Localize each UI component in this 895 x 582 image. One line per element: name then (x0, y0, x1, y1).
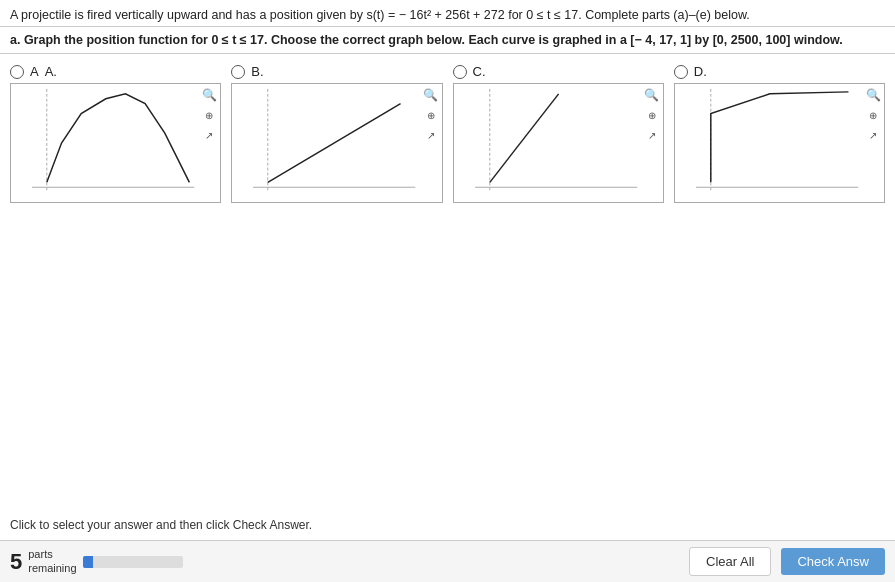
part-a-label: a. Graph the position function for 0 ≤ t… (0, 27, 895, 54)
graph-option-c[interactable]: C. 🔍 ⊕ ↗ (453, 64, 664, 203)
radio-a[interactable] (10, 65, 24, 79)
parts-remaining: 5 parts remaining (10, 548, 183, 574)
option-letter-c: C. (473, 64, 486, 79)
zoom-in-d[interactable]: 🔍 (864, 86, 882, 104)
graph-option-d[interactable]: D. 🔍 ⊕ ↗ (674, 64, 885, 203)
graph-option-b[interactable]: B. 🔍 ⊕ ↗ (231, 64, 442, 203)
zoom-in-a[interactable]: 🔍 (200, 86, 218, 104)
graphs-section: A A. 🔍 ⊕ ↗ (0, 54, 895, 209)
zoom-in2-a[interactable]: ⊕ (200, 106, 218, 124)
graphs-row: A A. 🔍 ⊕ ↗ (10, 64, 885, 203)
graph-a-icons: 🔍 ⊕ ↗ (200, 86, 218, 144)
graph-a-svg (11, 84, 220, 202)
graph-d: 🔍 ⊕ ↗ (674, 83, 885, 203)
external-b[interactable]: ↗ (422, 126, 440, 144)
radio-b[interactable] (231, 65, 245, 79)
graph-c-svg (454, 84, 663, 202)
zoom-in2-b[interactable]: ⊕ (422, 106, 440, 124)
progress-bar-fill (83, 556, 93, 568)
radio-d[interactable] (674, 65, 688, 79)
graph-b-icons: 🔍 ⊕ ↗ (422, 86, 440, 144)
top-instruction: A projectile is fired vertically upward … (0, 0, 895, 27)
graph-b: 🔍 ⊕ ↗ (231, 83, 442, 203)
click-instruction: Click to select your answer and then cli… (10, 518, 312, 532)
graph-d-svg (675, 84, 884, 202)
zoom-in2-d[interactable]: ⊕ (864, 106, 882, 124)
graph-a: 🔍 ⊕ ↗ (10, 83, 221, 203)
external-c[interactable]: ↗ (643, 126, 661, 144)
option-letter-a: A (30, 64, 39, 79)
external-a[interactable]: ↗ (200, 126, 218, 144)
parts-number: 5 (10, 551, 22, 573)
zoom-in-b[interactable]: 🔍 (422, 86, 440, 104)
bottom-bar: 5 parts remaining Clear All Check Answ (0, 540, 895, 582)
graph-option-a[interactable]: A A. 🔍 ⊕ ↗ (10, 64, 221, 203)
parts-label1: parts (28, 548, 76, 561)
graph-c: 🔍 ⊕ ↗ (453, 83, 664, 203)
radio-c[interactable] (453, 65, 467, 79)
graph-b-svg (232, 84, 441, 202)
graph-d-icons: 🔍 ⊕ ↗ (864, 86, 882, 144)
graph-c-icons: 🔍 ⊕ ↗ (643, 86, 661, 144)
clear-all-button[interactable]: Clear All (689, 547, 771, 576)
zoom-in2-c[interactable]: ⊕ (643, 106, 661, 124)
progress-bar (83, 556, 183, 568)
option-letter-b: B. (251, 64, 263, 79)
zoom-in-c[interactable]: 🔍 (643, 86, 661, 104)
parts-label2: remaining (28, 562, 76, 575)
svg-line-4 (268, 104, 401, 183)
svg-line-7 (489, 94, 558, 183)
check-answer-button[interactable]: Check Answ (781, 548, 885, 575)
option-letter-d: D. (694, 64, 707, 79)
external-d[interactable]: ↗ (864, 126, 882, 144)
empty-space (0, 209, 895, 409)
